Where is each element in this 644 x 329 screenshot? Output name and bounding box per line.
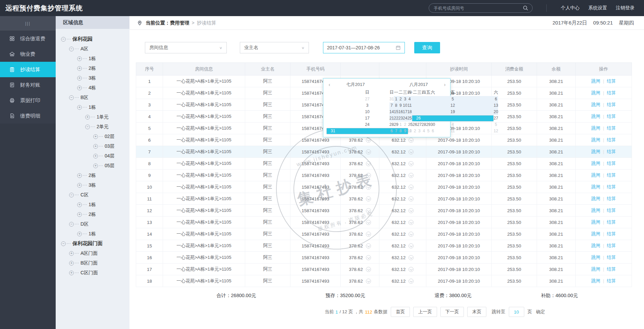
next-month-arrow[interactable]: ›	[442, 81, 448, 89]
settle-link[interactable]: 结算	[607, 79, 616, 84]
sidebar-item-6[interactable]: 票据打印	[0, 93, 56, 108]
expand-circle-icon[interactable]	[366, 220, 371, 225]
tree-node[interactable]: +1栋	[61, 102, 129, 112]
day-cell[interactable]: 4	[407, 96, 412, 102]
expand-icon[interactable]: +	[69, 251, 74, 256]
day-cell[interactable]: 20	[494, 109, 498, 115]
expand-icon[interactable]: +	[77, 232, 82, 236]
day-cell[interactable]: 11	[412, 128, 494, 134]
day-cell[interactable]: 25	[407, 115, 412, 122]
first-page-button[interactable]: 首页	[391, 307, 410, 317]
day-cell[interactable]: 3	[403, 96, 407, 102]
tree-node[interactable]: +1栋	[61, 229, 129, 239]
settle-link[interactable]: 结算	[607, 278, 616, 283]
expand-icon[interactable]: +	[93, 154, 98, 158]
day-cell[interactable]: 3	[407, 122, 412, 128]
expand-circle-icon[interactable]	[409, 173, 414, 178]
settle-link[interactable]: 结算	[607, 267, 616, 272]
expand-circle-icon[interactable]	[366, 173, 371, 178]
day-cell[interactable]: 22	[394, 115, 398, 122]
expand-circle-icon[interactable]	[409, 138, 414, 143]
day-cell[interactable]: 5	[412, 96, 494, 102]
tree-node[interactable]: −D区	[61, 219, 129, 229]
trip-breaker-link[interactable]: 跳闸	[591, 137, 600, 142]
tree-node[interactable]: +1栋	[61, 54, 129, 63]
tree-node[interactable]: −A区	[61, 44, 129, 54]
day-cell[interactable]: 16	[398, 109, 403, 115]
tree-node[interactable]: −保利花园门面	[61, 239, 129, 248]
trip-breaker-link[interactable]: 跳闸	[591, 184, 600, 189]
day-cell[interactable]: 14	[389, 109, 394, 115]
collapse-icon[interactable]: −	[69, 47, 74, 51]
day-cell[interactable]: 2	[403, 122, 407, 128]
page-jump-input[interactable]	[509, 307, 524, 317]
expand-icon[interactable]: +	[77, 202, 82, 207]
search-icon[interactable]	[523, 5, 529, 11]
tree-node[interactable]: +A区门面	[61, 248, 129, 258]
settle-link[interactable]: 结算	[607, 255, 616, 260]
sidebar-item-7[interactable]: 缴费明细	[0, 108, 56, 124]
expand-icon[interactable]: +	[93, 144, 98, 149]
day-cell[interactable]: 1	[398, 122, 403, 128]
trip-breaker-link[interactable]: 跳闸	[591, 161, 600, 166]
expand-circle-icon[interactable]	[409, 267, 414, 272]
day-cell[interactable]: 8	[394, 102, 398, 109]
settle-link[interactable]: 结算	[607, 90, 616, 95]
tree-node[interactable]: +2栋	[61, 209, 129, 219]
tree-node[interactable]: +3栋	[61, 73, 129, 83]
day-cell[interactable]: 11	[407, 102, 412, 109]
day-cell[interactable]: 9	[398, 102, 403, 109]
link-system-settings[interactable]: 系统设置	[588, 5, 607, 11]
trip-breaker-link[interactable]: 跳闸	[591, 231, 600, 236]
expand-circle-icon[interactable]	[366, 161, 371, 166]
day-cell[interactable]: 2	[398, 96, 403, 102]
tree-node[interactable]: +04层	[61, 151, 129, 161]
expand-icon[interactable]: +	[77, 76, 82, 81]
trip-breaker-link[interactable]: 跳闸	[591, 79, 600, 84]
settle-link[interactable]: 结算	[607, 102, 616, 107]
sidebar-item-2[interactable]: 综合缴退费	[0, 31, 56, 46]
expand-icon[interactable]: +	[93, 163, 98, 168]
sidebar-item-3[interactable]: 物业费	[0, 46, 56, 62]
tree-node[interactable]: +2栋	[61, 171, 129, 180]
day-cell[interactable]: 18	[407, 109, 412, 115]
settle-link[interactable]: 结算	[607, 220, 616, 225]
next-page-button[interactable]: 下一页	[440, 307, 464, 317]
settle-link[interactable]: 结算	[607, 114, 616, 119]
tree-node[interactable]: +1单元	[61, 112, 129, 122]
link-logout[interactable]: 注销登录	[616, 5, 635, 11]
expand-circle-icon[interactable]	[366, 208, 371, 213]
expand-circle-icon[interactable]	[366, 243, 371, 248]
expand-icon[interactable]: +	[77, 173, 82, 178]
settle-link[interactable]: 结算	[607, 161, 616, 166]
link-personal-center[interactable]: 个人中心	[561, 5, 580, 11]
expand-icon[interactable]: +	[93, 134, 98, 139]
expand-circle-icon[interactable]	[409, 255, 414, 260]
day-cell[interactable]: 24	[403, 115, 407, 122]
tree-node[interactable]: −B区	[61, 93, 129, 102]
settle-link[interactable]: 结算	[607, 184, 616, 189]
collapse-icon[interactable]: −	[85, 125, 90, 129]
expand-icon[interactable]: +	[77, 86, 82, 90]
expand-circle-icon[interactable]	[366, 196, 371, 201]
tree-node[interactable]: +1栋	[61, 200, 129, 209]
trip-breaker-link[interactable]: 跳闸	[591, 255, 600, 260]
room-info-select[interactable]: 房间信息 ∨	[145, 42, 227, 53]
settle-link[interactable]: 结算	[607, 243, 616, 248]
day-cell[interactable]: 4	[412, 122, 494, 128]
settle-link[interactable]: 结算	[607, 149, 616, 154]
prev-page-button[interactable]: 上一页	[413, 307, 437, 317]
day-cell[interactable]: 29	[394, 122, 398, 128]
tree-node[interactable]: +4栋	[61, 83, 129, 93]
expand-icon[interactable]: +	[69, 271, 74, 275]
day-cell[interactable]: 27	[494, 115, 498, 122]
tree-node[interactable]: +C区门面	[61, 268, 129, 278]
day-cell[interactable]: 23	[398, 115, 403, 122]
selected-day-cell[interactable]: 26	[412, 115, 494, 122]
day-cell[interactable]: 7	[394, 128, 398, 134]
settle-link[interactable]: 结算	[607, 208, 616, 213]
sidebar-item-5[interactable]: 财务对账	[0, 77, 56, 93]
settle-link[interactable]: 结算	[607, 231, 616, 236]
collapse-icon[interactable]: −	[61, 37, 66, 42]
trip-breaker-link[interactable]: 跳闸	[591, 102, 600, 107]
